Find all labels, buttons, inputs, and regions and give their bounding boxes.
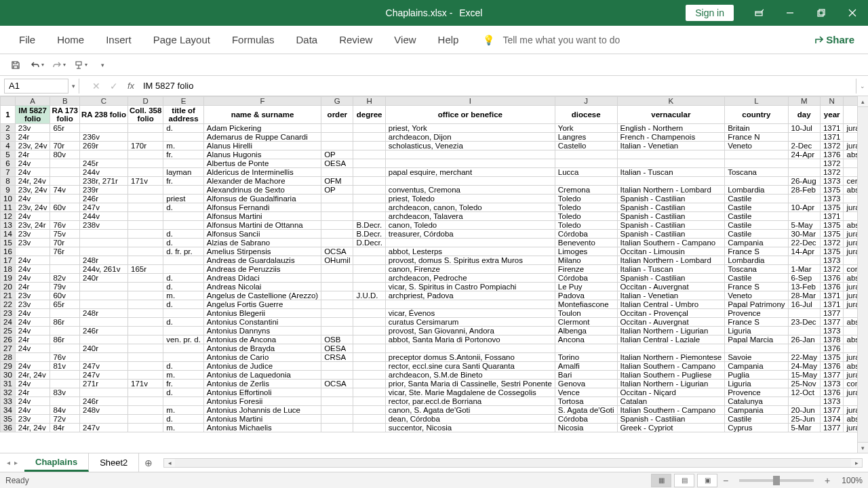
tab-view[interactable]: View <box>383 28 427 51</box>
cell[interactable] <box>128 247 163 256</box>
cell[interactable]: dean, Córdoba <box>385 415 555 424</box>
cell[interactable]: Antonius Martini <box>203 415 321 424</box>
cell[interactable]: Occitan - Limousin <box>617 247 725 256</box>
column-header[interactable]: B <box>50 97 80 106</box>
cell[interactable]: Antonius Dannyns <box>203 327 321 336</box>
cell[interactable]: 84v <box>50 406 80 415</box>
cell[interactable] <box>128 239 163 247</box>
row-header[interactable]: 1 <box>1 106 16 124</box>
cell[interactable]: preceptor domus S.Antonii, Fossano <box>385 353 555 362</box>
cell[interactable]: archdeacon, canon, Toledo <box>385 203 555 212</box>
row-header[interactable]: 18 <box>1 265 16 274</box>
cell[interactable]: canon, Firenze <box>385 265 555 274</box>
cell[interactable] <box>80 124 128 133</box>
cell[interactable]: D.Decr. <box>353 239 385 247</box>
cell[interactable] <box>844 309 857 318</box>
cell[interactable]: archdeacon, Pedroche <box>385 274 555 283</box>
row-header[interactable]: 35 <box>1 415 16 424</box>
tab-data[interactable]: Data <box>285 28 328 51</box>
cell[interactable]: Liguria <box>725 327 788 336</box>
cell[interactable]: 248r <box>80 256 128 265</box>
cell[interactable]: 24v <box>15 212 50 221</box>
cell[interactable]: juravit; letter from Villeneuve <box>844 124 857 133</box>
cell[interactable] <box>163 256 204 265</box>
cell[interactable] <box>321 221 353 230</box>
cell[interactable] <box>50 195 80 203</box>
cell[interactable]: 1371 <box>820 124 844 133</box>
cell[interactable] <box>128 256 163 265</box>
cell[interactable]: Antonius de Laquedonia <box>203 371 321 380</box>
cell[interactable]: juravit (Roma, S. Pietro) <box>844 371 857 380</box>
cell[interactable] <box>353 150 385 159</box>
cell[interactable]: 76r <box>50 247 80 256</box>
cell[interactable]: archdeacon, S.M.de Bineto <box>385 371 555 380</box>
column-header[interactable]: K <box>617 97 725 106</box>
cell[interactable]: 1373 <box>820 195 844 203</box>
cell[interactable]: 1372 <box>820 159 844 168</box>
name-box-dropdown[interactable]: ▾ <box>68 79 79 94</box>
cell[interactable]: 171v <box>128 177 163 186</box>
cell[interactable]: Firenze <box>555 265 617 274</box>
row-header[interactable]: 24 <box>1 318 16 327</box>
cell[interactable]: Antonius de Brayda <box>203 344 321 353</box>
cell[interactable]: 23v <box>15 415 50 424</box>
cell[interactable]: m. <box>163 424 204 432</box>
cell[interactable]: 1372 <box>820 265 844 274</box>
row-header[interactable]: 20 <box>1 283 16 291</box>
cell[interactable] <box>50 133 80 142</box>
cell[interactable]: Angelus de Castellione (Arezzo) <box>203 291 321 300</box>
redo-button[interactable]: ▾ <box>52 58 66 73</box>
cell[interactable] <box>128 318 163 327</box>
cell[interactable]: Toledo <box>555 195 617 203</box>
cell[interactable]: Montefiascone <box>555 300 617 309</box>
cell[interactable]: 5-May <box>788 221 820 230</box>
cell[interactable] <box>353 247 385 256</box>
cell[interactable]: 24v <box>15 327 50 336</box>
cell[interactable] <box>353 159 385 168</box>
cell[interactable]: OHumil <box>321 256 353 265</box>
cell[interactable]: provost, San Giovanni, Andora <box>385 327 555 336</box>
cell[interactable]: Italian - Tuscan <box>617 168 725 177</box>
row-header[interactable]: 22 <box>1 300 16 309</box>
cell[interactable]: 16-Jul <box>788 300 820 309</box>
cell[interactable]: cert. in Curia; cum bulla <box>844 177 857 186</box>
cell[interactable]: comm. Lucius ep. Cesena <box>844 265 857 274</box>
tab-formulas[interactable]: Formulas <box>221 28 285 51</box>
cell[interactable] <box>163 221 204 230</box>
cell[interactable]: juravit <box>844 300 857 309</box>
cell[interactable]: Alfonsus Sancii <box>203 230 321 239</box>
cell[interactable]: Bari <box>555 371 617 380</box>
tab-home[interactable]: Home <box>46 28 95 51</box>
cell[interactable]: 1371 <box>820 291 844 300</box>
cell[interactable] <box>163 212 204 221</box>
cell[interactable]: d. <box>163 124 204 133</box>
cell[interactable]: d. <box>163 388 204 397</box>
cell[interactable]: 24v <box>15 380 50 388</box>
signin-button[interactable]: Sign in <box>686 5 734 21</box>
cell[interactable] <box>321 239 353 247</box>
cell[interactable]: 5-Mar <box>788 424 820 432</box>
zoom-percent[interactable]: 100% <box>835 476 863 485</box>
cell[interactable]: Castile <box>725 212 788 221</box>
cell[interactable]: Antonius Foresii <box>203 397 321 406</box>
cell[interactable]: 1374 <box>820 415 844 424</box>
cell[interactable]: 248v <box>80 406 128 415</box>
cell[interactable]: 248r <box>80 309 128 318</box>
cell[interactable]: J.U.D. <box>353 291 385 300</box>
cell[interactable] <box>80 318 128 327</box>
cell[interactable] <box>788 195 820 203</box>
cell[interactable] <box>80 230 128 239</box>
row-header[interactable]: 6 <box>1 159 16 168</box>
cell[interactable]: 24v <box>15 362 50 371</box>
cell[interactable] <box>321 212 353 221</box>
cell[interactable] <box>80 291 128 300</box>
cell[interactable] <box>353 353 385 362</box>
cell[interactable]: 30-Mar <box>788 230 820 239</box>
cell[interactable]: 28-Mar <box>788 291 820 300</box>
cell[interactable]: juravit <box>844 142 857 150</box>
cell[interactable]: priest <box>163 195 204 203</box>
cell[interactable] <box>321 133 353 142</box>
cell[interactable]: curatus Cersimarum <box>385 318 555 327</box>
cell[interactable] <box>725 150 788 159</box>
cell[interactable]: Campania <box>725 406 788 415</box>
